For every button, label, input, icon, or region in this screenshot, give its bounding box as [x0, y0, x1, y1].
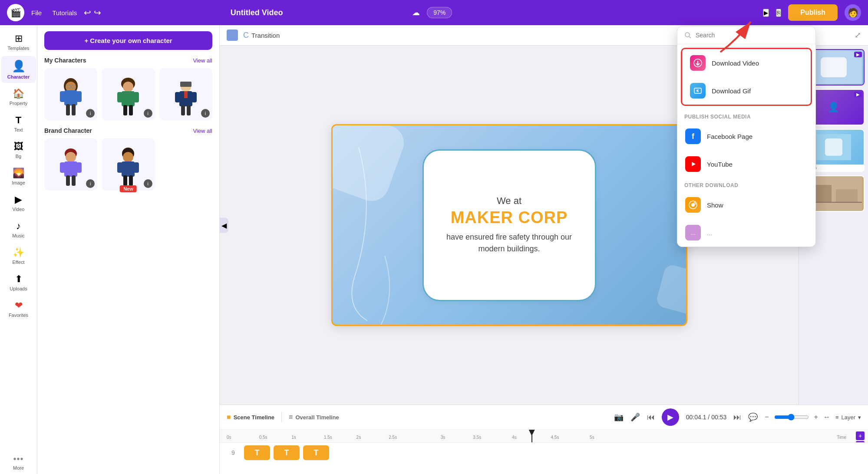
ruler-mark-1.5s: 1.5s — [324, 435, 332, 440]
svg-rect-4 — [60, 91, 65, 102]
layer-selector[interactable]: ≡ Layer ▾ — [835, 414, 861, 421]
brand-character-info-2[interactable]: i — [144, 179, 152, 188]
text-block-3[interactable]: T — [303, 445, 329, 460]
undo-button[interactable]: ↩ — [84, 7, 91, 18]
thumb-icon-2: 👤 — [828, 102, 839, 113]
sidebar-item-image[interactable]: 🌄 Image — [1, 164, 36, 189]
slide-text-3: have ensured fire safety through our mod… — [437, 231, 582, 255]
other-download-section-label: Other Download — [677, 178, 815, 191]
character-card-3[interactable]: i — [159, 68, 212, 120]
character-card-1[interactable]: i — [44, 68, 97, 120]
play-button[interactable]: ▶ — [662, 408, 679, 426]
sidebar-item-more[interactable]: ••• More — [1, 451, 36, 474]
character-card-2[interactable]: i — [102, 68, 155, 120]
top-menu: File Tutorials — [31, 9, 77, 16]
svg-rect-31 — [72, 175, 76, 186]
svg-rect-6 — [66, 104, 70, 115]
sidebar-item-templates[interactable]: ⊞ Templates — [1, 30, 36, 54]
timeline-separator — [281, 412, 282, 422]
facebook-item[interactable]: f Facebook Page — [677, 122, 815, 150]
sidebar-item-music[interactable]: ♪ Music — [1, 217, 36, 242]
collapse-panel-button[interactable]: ◀ — [220, 217, 228, 233]
text-block-label-3: T — [314, 448, 319, 458]
cloud-icon[interactable]: ☁ — [412, 8, 420, 17]
brand-character-avatar-1 — [55, 147, 86, 186]
brand-character-info-1[interactable]: i — [86, 179, 95, 188]
timeline-area: ■ Scene Timeline ≡ Overall Timeline 📷 🎤 … — [220, 405, 868, 474]
sidebar-item-favorites[interactable]: ❤ Favorites — [1, 296, 36, 321]
show-item[interactable]: Show — [677, 191, 815, 219]
menu-tutorials[interactable]: Tutorials — [52, 9, 77, 16]
my-characters-header: My Characters View all — [44, 57, 212, 64]
project-title[interactable]: Untitled Video — [108, 8, 405, 17]
partial-item[interactable]: ... ... — [677, 219, 815, 247]
create-character-button[interactable]: + Create your own character — [44, 31, 212, 50]
brand-character-card-2[interactable]: New i — [102, 138, 155, 191]
ruler-mark-1s: 1s — [291, 435, 296, 440]
sidebar-item-property[interactable]: 🏠 Property — [1, 85, 36, 109]
preview-button[interactable]: ▶ — [763, 9, 769, 17]
sidebar-item-character[interactable]: 👤 Character — [1, 56, 36, 83]
overall-timeline-icon: ≡ — [289, 413, 293, 421]
zoom-control[interactable]: 97% — [427, 7, 452, 18]
youtube-svg — [689, 160, 697, 168]
svg-rect-42 — [825, 138, 842, 156]
sidebar-item-uploads[interactable]: ⬆ Uploads — [1, 270, 36, 295]
image-icon: 🌄 — [13, 168, 24, 179]
mic-button[interactable]: 🎤 — [630, 412, 640, 422]
ruler-mark-4.5s: 4.5s — [551, 435, 559, 440]
timeline-tracks: 9 T T T — [220, 443, 868, 463]
partial-icon: ... — [685, 225, 701, 240]
download-section: Download Video Download Gif — [681, 48, 812, 106]
facebook-letter: f — [692, 132, 694, 141]
my-characters-view-all[interactable]: View all — [193, 57, 212, 64]
download-gif-item[interactable]: Download Gif — [682, 77, 811, 105]
canvas-slide[interactable]: We at MAKER CORP have ensured fire safet… — [331, 124, 687, 326]
text-block-1[interactable]: T — [244, 445, 270, 460]
download-video-item[interactable]: Download Video — [682, 49, 811, 77]
zoom-out-button[interactable]: − — [856, 441, 865, 443]
character-avatar-1 — [55, 77, 86, 116]
zoom-in-button[interactable]: + — [856, 431, 865, 440]
zoom-slider[interactable] — [774, 414, 809, 421]
svg-rect-16 — [129, 105, 133, 115]
character-info-button-2[interactable]: i — [144, 109, 152, 118]
svg-rect-5 — [76, 91, 82, 102]
slide-text-2: MAKER CORP — [451, 208, 568, 227]
sidebar-item-bg[interactable]: 🖼 Bg — [1, 138, 36, 162]
share-button[interactable]: ⎘ — [776, 9, 781, 17]
sidebar-label-more: More — [13, 465, 24, 471]
svg-rect-7 — [72, 104, 76, 115]
menu-file[interactable]: File — [31, 9, 42, 16]
redo-button[interactable]: ↪ — [94, 7, 101, 18]
expand-timeline-icon[interactable]: ↔ — [823, 413, 830, 421]
layers-icon: ≡ — [835, 414, 839, 421]
overall-timeline-label[interactable]: ≡ Overall Timeline — [289, 413, 339, 421]
brand-character-card-1[interactable]: i — [44, 138, 97, 191]
youtube-item[interactable]: YouTube — [677, 150, 815, 178]
download-gif-svg — [693, 86, 702, 95]
skip-forward-button[interactable]: ⏭ — [733, 413, 741, 422]
minus-icon[interactable]: − — [765, 413, 769, 421]
sidebar-label-video: Video — [13, 207, 25, 212]
skip-back-button[interactable]: ⏮ — [647, 413, 655, 422]
new-badge: New — [120, 184, 137, 192]
sidebar-item-effect[interactable]: ✨ Effect — [1, 244, 36, 268]
brand-character-view-all[interactable]: View all — [193, 128, 212, 134]
uploads-icon: ⬆ — [15, 273, 23, 285]
character-info-button-3[interactable]: i — [201, 109, 210, 118]
sidebar-item-video[interactable]: ▶ Video — [1, 191, 36, 215]
expand-button[interactable]: ⤢ — [855, 30, 861, 40]
sidebar-label-image: Image — [12, 180, 25, 185]
camera-button[interactable]: 📷 — [614, 412, 624, 422]
publish-button[interactable]: Publish — [788, 4, 838, 21]
plus-icon[interactable]: + — [814, 413, 818, 421]
timeline-cursor[interactable] — [531, 430, 532, 442]
text-block-2[interactable]: T — [274, 445, 300, 460]
thumb-badge-2: ▶ — [854, 92, 862, 97]
sidebar-item-text[interactable]: T Text — [1, 111, 36, 136]
svg-point-47 — [685, 33, 690, 37]
captions-button[interactable]: 💬 — [748, 412, 758, 422]
character-info-button-1[interactable]: i — [86, 109, 95, 118]
dropdown-search-input[interactable] — [696, 32, 809, 39]
